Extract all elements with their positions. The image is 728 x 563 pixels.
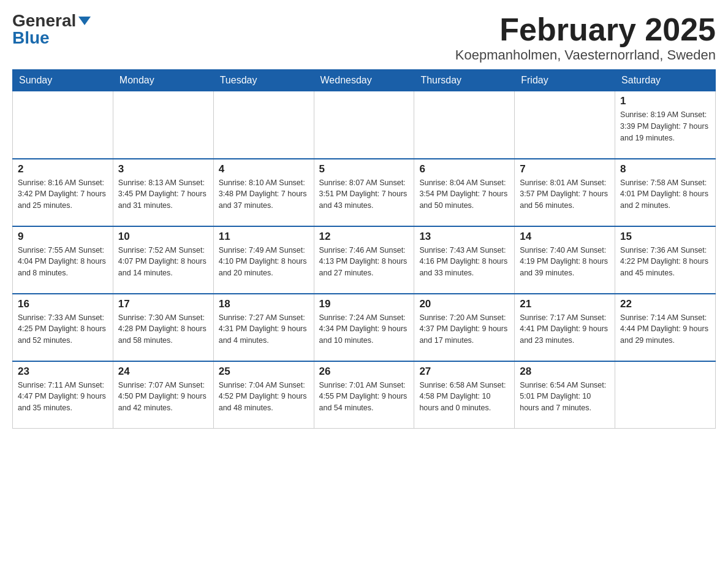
calendar-cell: 27Sunrise: 6:58 AM Sunset: 4:58 PM Dayli… [414,361,515,429]
day-info: Sunrise: 7:04 AM Sunset: 4:52 PM Dayligh… [219,380,309,414]
calendar-cell: 16Sunrise: 7:33 AM Sunset: 4:25 PM Dayli… [13,294,113,361]
day-number: 27 [419,366,509,378]
day-number: 5 [319,163,409,175]
calendar-cell: 17Sunrise: 7:30 AM Sunset: 4:28 PM Dayli… [113,294,213,361]
calendar-cell: 21Sunrise: 7:17 AM Sunset: 4:41 PM Dayli… [515,294,615,361]
calendar-cell: 25Sunrise: 7:04 AM Sunset: 4:52 PM Dayli… [213,361,314,429]
day-info: Sunrise: 8:04 AM Sunset: 3:54 PM Dayligh… [419,177,509,212]
calendar-cell: 15Sunrise: 7:36 AM Sunset: 4:22 PM Dayli… [615,226,716,294]
day-header-tuesday: Tuesday [213,70,314,91]
day-number: 16 [18,298,108,310]
day-header-thursday: Thursday [414,70,515,91]
day-info: Sunrise: 8:10 AM Sunset: 3:48 PM Dayligh… [219,177,309,212]
day-info: Sunrise: 8:01 AM Sunset: 3:57 PM Dayligh… [520,177,610,212]
day-info: Sunrise: 7:46 AM Sunset: 4:13 PM Dayligh… [319,245,409,279]
calendar-cell: 11Sunrise: 7:49 AM Sunset: 4:10 PM Dayli… [213,226,314,294]
day-info: Sunrise: 8:16 AM Sunset: 3:42 PM Dayligh… [18,177,108,212]
day-number: 2 [18,163,108,175]
day-info: Sunrise: 7:40 AM Sunset: 4:19 PM Dayligh… [520,245,610,279]
calendar-cell: 22Sunrise: 7:14 AM Sunset: 4:44 PM Dayli… [615,294,716,361]
calendar-cell [314,91,414,159]
day-headers-row: SundayMondayTuesdayWednesdayThursdayFrid… [13,70,716,91]
day-info: Sunrise: 7:58 AM Sunset: 4:01 PM Dayligh… [620,177,710,212]
day-info: Sunrise: 7:14 AM Sunset: 4:44 PM Dayligh… [620,312,710,347]
day-info: Sunrise: 6:54 AM Sunset: 5:01 PM Dayligh… [520,380,610,414]
calendar-cell: 7Sunrise: 8:01 AM Sunset: 3:57 PM Daylig… [515,159,615,226]
logo-blue-text: Blue [12,29,50,47]
calendar-cell [213,91,314,159]
calendar-cell: 19Sunrise: 7:24 AM Sunset: 4:34 PM Dayli… [314,294,414,361]
calendar-cell [515,91,615,159]
day-info: Sunrise: 7:01 AM Sunset: 4:55 PM Dayligh… [319,380,409,414]
calendar-cell: 26Sunrise: 7:01 AM Sunset: 4:55 PM Dayli… [314,361,414,429]
day-number: 9 [18,231,108,243]
day-info: Sunrise: 6:58 AM Sunset: 4:58 PM Dayligh… [419,380,509,414]
day-number: 15 [620,231,710,243]
title-block: February 2025 Koepmanholmen, Vaesternorr… [455,12,716,63]
day-number: 6 [419,163,509,175]
calendar-cell: 5Sunrise: 8:07 AM Sunset: 3:51 PM Daylig… [314,159,414,226]
day-info: Sunrise: 7:52 AM Sunset: 4:07 PM Dayligh… [118,245,208,279]
day-number: 14 [520,231,610,243]
calendar-cell: 18Sunrise: 7:27 AM Sunset: 4:31 PM Dayli… [213,294,314,361]
calendar-cell: 9Sunrise: 7:55 AM Sunset: 4:04 PM Daylig… [13,226,113,294]
calendar-week-3: 9Sunrise: 7:55 AM Sunset: 4:04 PM Daylig… [13,226,716,294]
day-info: Sunrise: 7:17 AM Sunset: 4:41 PM Dayligh… [520,312,610,347]
calendar-cell: 20Sunrise: 7:20 AM Sunset: 4:37 PM Dayli… [414,294,515,361]
day-info: Sunrise: 7:07 AM Sunset: 4:50 PM Dayligh… [118,380,208,414]
calendar-cell [414,91,515,159]
calendar-cell: 14Sunrise: 7:40 AM Sunset: 4:19 PM Dayli… [515,226,615,294]
calendar-cell: 8Sunrise: 7:58 AM Sunset: 4:01 PM Daylig… [615,159,716,226]
day-number: 24 [118,366,208,378]
calendar-cell [113,91,213,159]
calendar-header: SundayMondayTuesdayWednesdayThursdayFrid… [13,70,716,91]
day-info: Sunrise: 7:27 AM Sunset: 4:31 PM Dayligh… [219,312,309,347]
day-number: 4 [219,163,309,175]
day-number: 7 [520,163,610,175]
day-number: 20 [419,298,509,310]
calendar-cell: 28Sunrise: 6:54 AM Sunset: 5:01 PM Dayli… [515,361,615,429]
day-number: 8 [620,163,710,175]
day-number: 10 [118,231,208,243]
calendar-cell: 23Sunrise: 7:11 AM Sunset: 4:47 PM Dayli… [13,361,113,429]
day-info: Sunrise: 7:36 AM Sunset: 4:22 PM Dayligh… [620,245,710,279]
calendar-week-2: 2Sunrise: 8:16 AM Sunset: 3:42 PM Daylig… [13,159,716,226]
day-info: Sunrise: 8:07 AM Sunset: 3:51 PM Dayligh… [319,177,409,212]
day-number: 12 [319,231,409,243]
day-number: 3 [118,163,208,175]
day-number: 11 [219,231,309,243]
day-info: Sunrise: 7:43 AM Sunset: 4:16 PM Dayligh… [419,245,509,279]
month-year-title: February 2025 [455,12,716,47]
logo-general-text: General [12,12,76,29]
calendar-cell: 24Sunrise: 7:07 AM Sunset: 4:50 PM Dayli… [113,361,213,429]
day-info: Sunrise: 8:13 AM Sunset: 3:45 PM Dayligh… [118,177,208,212]
day-number: 18 [219,298,309,310]
calendar-week-4: 16Sunrise: 7:33 AM Sunset: 4:25 PM Dayli… [13,294,716,361]
day-header-friday: Friday [515,70,615,91]
calendar-cell: 10Sunrise: 7:52 AM Sunset: 4:07 PM Dayli… [113,226,213,294]
day-info: Sunrise: 7:33 AM Sunset: 4:25 PM Dayligh… [18,312,108,347]
day-number: 22 [620,298,710,310]
calendar-cell [13,91,113,159]
day-info: Sunrise: 7:30 AM Sunset: 4:28 PM Dayligh… [118,312,208,347]
day-header-saturday: Saturday [615,70,716,91]
calendar-cell: 2Sunrise: 8:16 AM Sunset: 3:42 PM Daylig… [13,159,113,226]
day-number: 26 [319,366,409,378]
day-number: 21 [520,298,610,310]
day-number: 13 [419,231,509,243]
day-info: Sunrise: 7:55 AM Sunset: 4:04 PM Dayligh… [18,245,108,279]
day-info: Sunrise: 7:49 AM Sunset: 4:10 PM Dayligh… [219,245,309,279]
location-subtitle: Koepmanholmen, Vaesternorrland, Sweden [455,47,716,63]
calendar-table: SundayMondayTuesdayWednesdayThursdayFrid… [12,69,716,429]
calendar-cell: 12Sunrise: 7:46 AM Sunset: 4:13 PM Dayli… [314,226,414,294]
day-header-sunday: Sunday [13,70,113,91]
day-number: 23 [18,366,108,378]
calendar-cell: 13Sunrise: 7:43 AM Sunset: 4:16 PM Dayli… [414,226,515,294]
logo: General Blue [12,12,91,47]
calendar-cell: 6Sunrise: 8:04 AM Sunset: 3:54 PM Daylig… [414,159,515,226]
calendar-cell: 4Sunrise: 8:10 AM Sunset: 3:48 PM Daylig… [213,159,314,226]
day-info: Sunrise: 8:19 AM Sunset: 3:39 PM Dayligh… [620,109,710,144]
calendar-body: 1Sunrise: 8:19 AM Sunset: 3:39 PM Daylig… [13,91,716,429]
page-header: General Blue February 2025 Koepmanholmen… [12,12,716,63]
day-number: 19 [319,298,409,310]
